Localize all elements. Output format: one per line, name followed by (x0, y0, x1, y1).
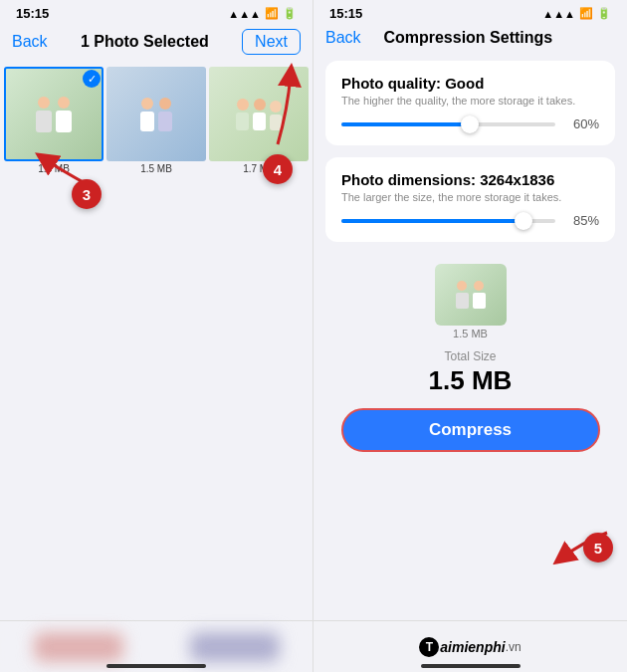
photo-image-3 (209, 67, 309, 161)
step-3-circle: 3 (72, 179, 102, 209)
total-size-value: 1.5 MB (429, 365, 513, 396)
right-nav-bar: Back Compression Settings (314, 25, 627, 55)
check-badge-1: ✓ (83, 70, 101, 88)
back-button-left[interactable]: Back (12, 33, 48, 51)
step-4-circle: 4 (263, 154, 293, 184)
total-size-label: Total Size (444, 349, 496, 363)
quality-slider-track[interactable] (341, 122, 555, 126)
right-panel: 15:15 ▲▲▲ 📶 🔋 Back Compression Settings … (314, 0, 627, 672)
dimensions-card: Photo dimensions: 3264x1836 The larger t… (325, 157, 615, 242)
photo-image-2 (106, 67, 206, 161)
home-indicator-right (421, 664, 521, 668)
left-nav-bar: Back 1 Photo Selected Next (0, 25, 313, 63)
logo-t-icon: T (419, 637, 439, 657)
dimensions-slider-track[interactable] (341, 219, 555, 223)
photo-size-1: 1.5 MB (4, 163, 104, 174)
right-status-icons: ▲▲▲ 📶 🔋 (542, 7, 611, 20)
quality-pct: 60% (563, 116, 599, 131)
quality-sublabel: The higher the quality, the more storage… (341, 95, 599, 107)
photo-size-3: 1.7 MB (209, 163, 309, 174)
left-nav-title: 1 Photo Selected (81, 33, 209, 51)
photo-item-2[interactable]: 1.5 MB (106, 67, 206, 174)
logo-suffix: .vn (506, 640, 522, 654)
wifi-icon: 📶 (265, 7, 279, 20)
photo-grid: ✓ 1.5 MB 1.5 MB (0, 63, 313, 174)
dimensions-slider-container: 85% (341, 213, 599, 228)
dimensions-label: Photo dimensions: 3264x1836 (341, 171, 599, 188)
dimensions-slider-fill (341, 219, 523, 223)
left-panel: 15:15 ▲▲▲ 📶 🔋 Back 1 Photo Selected Next (0, 0, 314, 672)
preview-area: 1.5 MB Total Size 1.5 MB Compress (314, 264, 627, 452)
quality-slider-thumb[interactable] (461, 115, 479, 133)
right-status-bar: 15:15 ▲▲▲ 📶 🔋 (314, 0, 627, 25)
quality-card: Photo quality: Good The higher the quali… (325, 61, 615, 145)
people-2 (140, 98, 172, 131)
left-status-icons: ▲▲▲ 📶 🔋 (228, 7, 297, 20)
quality-slider-fill (341, 122, 470, 126)
photo-item-1[interactable]: ✓ 1.5 MB (4, 67, 104, 174)
quality-label: Photo quality: Good (341, 75, 599, 92)
signal-icon: ▲▲▲ (228, 8, 261, 20)
compress-button[interactable]: Compress (341, 408, 600, 452)
next-button[interactable]: Next (242, 29, 301, 55)
photo-item-3[interactable]: 1.7 MB (209, 67, 309, 174)
left-time: 15:15 (16, 6, 49, 21)
right-nav-title: Compression Settings (383, 29, 552, 47)
dimensions-pct: 85% (563, 213, 599, 228)
quality-slider-container: 60% (341, 116, 599, 131)
people-3 (236, 99, 282, 130)
bottom-btn-2 (190, 632, 280, 662)
right-time: 15:15 (329, 6, 362, 21)
preview-thumb (435, 264, 507, 326)
back-button-right[interactable]: Back (325, 29, 361, 47)
dimensions-slider-thumb[interactable] (515, 212, 532, 230)
preview-size-label: 1.5 MB (453, 328, 488, 339)
right-signal-icon: ▲▲▲ (542, 8, 575, 20)
dimensions-sublabel: The larger the size, the more storage it… (341, 191, 599, 203)
right-wifi-icon: 📶 (579, 7, 593, 20)
step-5-circle: 5 (583, 533, 613, 562)
right-battery-icon: 🔋 (597, 7, 611, 20)
left-status-bar: 15:15 ▲▲▲ 📶 🔋 (0, 0, 313, 25)
logo-text: aimienphi (440, 639, 505, 655)
taimienphi-brand: T aimienphi .vn (419, 637, 521, 657)
photo-size-2: 1.5 MB (106, 163, 206, 174)
battery-icon: 🔋 (283, 7, 297, 20)
people-1 (36, 97, 72, 132)
home-indicator-left (106, 664, 206, 668)
bottom-btn-1 (34, 632, 123, 662)
